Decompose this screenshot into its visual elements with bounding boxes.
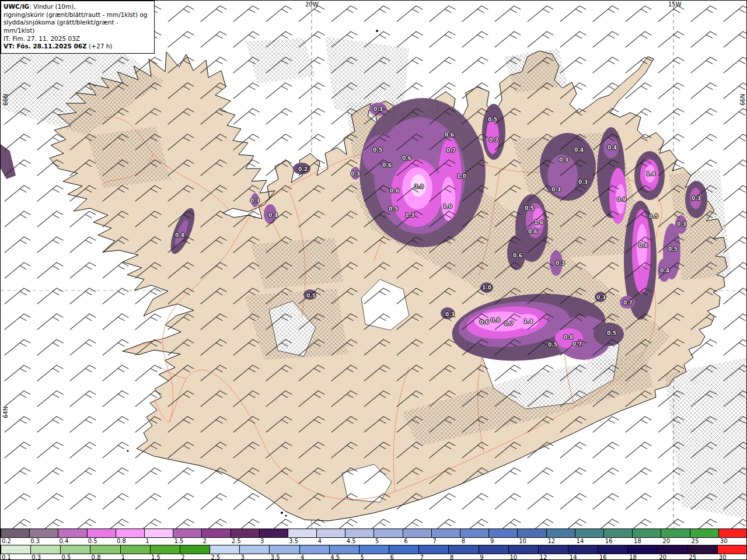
- colorbar-tick-label: 0.3: [30, 538, 40, 544]
- colorbar-tick-label: 0.5: [61, 554, 71, 560]
- colorbar-segment: [575, 529, 604, 537]
- rain-colorbar-labels: 0.10.30.50.811.522.533.544.5567891012141…: [1, 554, 747, 560]
- colorbar-segment: [432, 529, 460, 537]
- colorbar-segment: [661, 529, 690, 537]
- parallel-label-right-top: 66N: [739, 94, 746, 106]
- colorbar-segment: [449, 545, 479, 554]
- colorbar-tick-label: 3: [241, 554, 245, 560]
- colorbar-segment: [1, 529, 30, 537]
- colorbar-segment: [151, 545, 180, 554]
- weather-map-page: 0.30.50.60.70.50.40.40.70.60.30.60.20.31…: [0, 0, 747, 560]
- colorbar-segment: [568, 545, 598, 554]
- colorbar-segment: [345, 529, 374, 537]
- colorbar-segment: [389, 545, 419, 554]
- map-area: 0.30.50.60.70.50.40.40.70.60.30.60.20.31…: [1, 1, 747, 528]
- colorbar-segment: [180, 545, 210, 554]
- colorbar-segment: [240, 545, 270, 554]
- colorbar-segment: [202, 529, 231, 537]
- colorbar-segment: [604, 529, 633, 537]
- colorbar-tick-label: 9: [480, 554, 483, 560]
- colorbar-tick-label: 0.8: [117, 538, 126, 544]
- colorbar-segment: [547, 529, 575, 537]
- colorbar-tick-label: 10: [519, 538, 526, 544]
- colorbar-segment: [58, 529, 87, 537]
- colorbar-tick-label: 20: [659, 554, 666, 560]
- init-time: IT: Fim. 27. 11. 2025 03Z: [4, 35, 151, 43]
- colorbar-segment: [90, 545, 120, 554]
- colorbar-tick-label: 7: [432, 538, 436, 544]
- colorbar-tick-label: 0.8: [92, 554, 101, 560]
- colorbar-segment: [270, 545, 299, 554]
- colorbar-segment: [718, 545, 747, 554]
- colorbar-segment: [30, 529, 58, 537]
- colorbar-tick-label: 20: [662, 538, 670, 544]
- colorbar-tick-label: 6: [404, 538, 407, 544]
- colorbar-tick-label: 12: [547, 538, 555, 544]
- colorbar-tick-label: 5: [360, 554, 364, 560]
- colorbar-segment: [231, 529, 260, 537]
- colorbar-tick-label: 12: [540, 554, 547, 560]
- colorbar-tick-label: 1: [145, 538, 149, 544]
- colorbar-tick-label: 0.2: [2, 538, 11, 544]
- colorbar-tick-label: 14: [570, 554, 577, 560]
- colorbar-segment: [419, 545, 449, 554]
- rain-colorbar: [1, 545, 747, 554]
- colorbar-segment: [121, 545, 151, 554]
- colorbar-tick-label: 0.3: [32, 554, 41, 560]
- meridian-label-15w: 15W: [668, 1, 682, 8]
- colorbar-tick-label: 4: [301, 554, 304, 560]
- colorbar-tick-label: 2: [203, 538, 207, 544]
- colorbar-tick-label: 30: [720, 538, 728, 544]
- colorbar-tick-label: 3.5: [271, 554, 280, 560]
- colorbar-tick-label: 1.5: [151, 554, 160, 560]
- colorbar-segment: [539, 545, 568, 554]
- colorbar-segment: [633, 529, 661, 537]
- iceland-weather-svg: [1, 1, 747, 528]
- colorbar-tick-label: 30: [719, 554, 727, 560]
- sleet-snow-colorbar: [1, 528, 747, 538]
- colorbar-segment: [489, 529, 518, 537]
- colorbar-tick-label: 4.5: [347, 538, 356, 544]
- colorbar-segment: [479, 545, 509, 554]
- colorbar-tick-label: 0.4: [59, 538, 68, 544]
- colorbar-segment: [598, 545, 628, 554]
- colorbar-tick-label: 3.5: [289, 538, 298, 544]
- colorbar-segment: [88, 529, 116, 537]
- colorbar-segment: [260, 529, 288, 537]
- legend-colorbars: 0.20.30.40.50.811.522.533.544.5567891012…: [1, 528, 747, 560]
- title-line-3: slydda/snjókoma (grátt/bleikt/grænt - mm…: [4, 19, 151, 34]
- colorbar-tick-label: 10: [509, 554, 517, 560]
- colorbar-segment: [690, 529, 719, 537]
- colorbar-segment: [300, 545, 330, 554]
- colorbar-segment: [317, 529, 345, 537]
- title-line-1: UWC/IG: Vindur (10m),: [4, 3, 151, 11]
- title-line-2: rigning/skúrir (grænt/blátt/rautt - mm/1…: [4, 11, 151, 19]
- colorbar-segment: [719, 529, 747, 537]
- colorbar-segment: [518, 529, 546, 537]
- colorbar-tick-label: 2.5: [232, 538, 241, 544]
- colorbar-tick-label: 9: [490, 538, 494, 544]
- colorbar-tick-label: 0.5: [88, 538, 97, 544]
- colorbar-tick-label: 6: [390, 554, 394, 560]
- colorbar-tick-label: 18: [629, 554, 637, 560]
- colorbar-segment: [330, 545, 359, 554]
- colorbar-tick-label: 4: [318, 538, 322, 544]
- colorbar-segment: [460, 529, 489, 537]
- colorbar-segment: [173, 529, 202, 537]
- colorbar-tick-label: 16: [599, 554, 607, 560]
- colorbar-tick-label: 1.5: [174, 538, 183, 544]
- colorbar-tick-label: 7: [420, 554, 424, 560]
- colorbar-segment: [359, 545, 389, 554]
- colorbar-segment: [116, 529, 145, 537]
- colorbar-tick-label: 8: [450, 554, 453, 560]
- colorbar-segment: [403, 529, 432, 537]
- colorbar-tick-label: 4.5: [330, 554, 340, 560]
- colorbar-tick-label: 14: [577, 538, 584, 544]
- valid-time: VT: Fös. 28.11.2025 06Z (+27 h): [4, 43, 151, 51]
- colorbar-tick-label: 8: [462, 538, 465, 544]
- colorbar-tick-label: 5: [375, 538, 379, 544]
- wind-barb-field: [1, 1, 747, 528]
- parallel-label-left-bottom: 64N: [2, 407, 9, 418]
- colorbar-tick-label: 1: [121, 554, 125, 560]
- meridian-label-20w: 20W: [305, 1, 319, 8]
